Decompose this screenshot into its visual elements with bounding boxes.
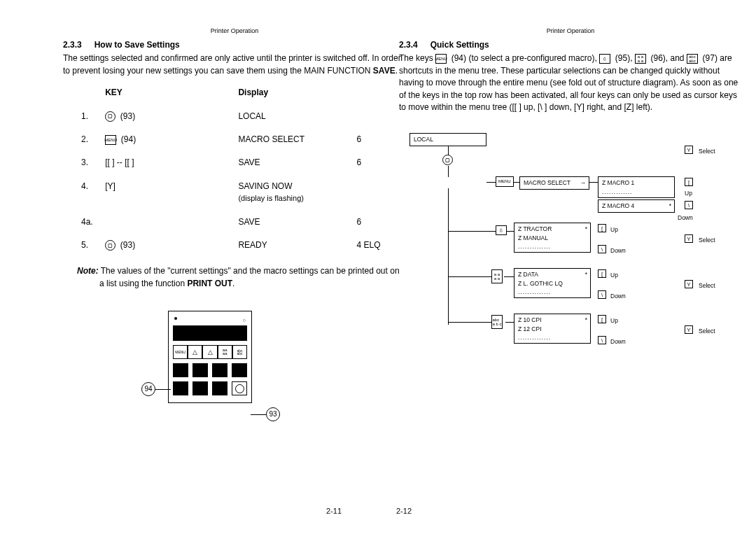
menu-label: MENU — [496, 176, 514, 187]
left-page: Printer Operation 2.3.3 How to Save Sett… — [63, 27, 406, 403]
panel-up-btn — [202, 345, 217, 359]
page-number-left: 2-11 — [326, 506, 342, 517]
abc-icon: abcabc — [687, 54, 698, 64]
section-heading: 2.3.3 How to Save Settings — [63, 39, 406, 51]
control-panel-graphic: ○ MENU aaaa abcabc ▢ 94 — [168, 311, 406, 403]
callout-93: 93 — [266, 407, 280, 421]
section-num: 2.3.3 — [63, 39, 82, 51]
menu-icon: MENU — [435, 54, 447, 64]
section-num: 2.3.4 — [399, 39, 418, 51]
page-header: Printer Operation — [63, 27, 406, 36]
right-page: Printer Operation 2.3.4 Quick Settings T… — [399, 27, 742, 357]
local-box: LOCAL — [410, 133, 486, 146]
panel-abc-btn: abcabc — [232, 345, 247, 359]
up-key: [ — [685, 178, 693, 186]
page-header: Printer Operation — [399, 27, 742, 36]
stop-icon: ▢ — [105, 111, 115, 122]
cpi-box: Z 10 CPI* Z 12 CPI .............. — [514, 314, 591, 344]
col-key: KEY — [105, 87, 238, 104]
stop-icon: ▢ — [442, 155, 453, 165]
section-heading: 2.3.4 Quick Settings — [399, 39, 742, 51]
section-title: Quick Settings — [430, 39, 489, 51]
menu-icon: MENU — [105, 135, 116, 145]
font-box: Z DATA* Z L. GOTHIC LQ .............. — [514, 268, 591, 298]
macro-select-box: MACRO SELECT → — [519, 176, 589, 189]
paper-icon: ⎙ — [496, 225, 507, 235]
aa-icon: a aa a — [491, 269, 503, 283]
aa-icon: a aa a — [635, 54, 646, 64]
tractor-box: Z TRACTOR* Z MANUAL .............. — [514, 223, 591, 253]
page-number-right: 2-12 — [396, 506, 412, 517]
callout-94: 94 — [141, 382, 155, 396]
zmacro4-box: Z MACRO 4 * — [598, 199, 675, 212]
section-title: How to Save Settings — [94, 39, 180, 51]
zmacro1-box: Z MACRO 1 ............. — [598, 176, 675, 198]
key-table: KEY Display 1. ▢ (93) LOCAL 2. MENU (94)… — [63, 87, 406, 257]
panel-aa-btn: aaaa — [218, 345, 232, 359]
stop-icon: ▢ — [105, 240, 115, 251]
paper-icon: ⎙ — [599, 54, 610, 64]
quick-settings-paragraph: The keys MENU (94) (to select a pre-conf… — [399, 52, 742, 113]
down-key: \ — [685, 201, 693, 209]
note: Note: The values of the "current setting… — [85, 265, 406, 290]
panel-menu-btn: MENU — [173, 345, 188, 359]
abc-icon: abca b c — [491, 315, 503, 329]
menu-tree-diagram: READY 4 ELQ ▢ LOCAL MENU MACRO SELECT → … — [399, 133, 742, 357]
y-key: Y — [685, 146, 693, 154]
intro-paragraph: The settings selected and confirmed are … — [63, 52, 406, 77]
col-display: Display — [238, 87, 356, 104]
panel-up-btn — [188, 345, 202, 359]
